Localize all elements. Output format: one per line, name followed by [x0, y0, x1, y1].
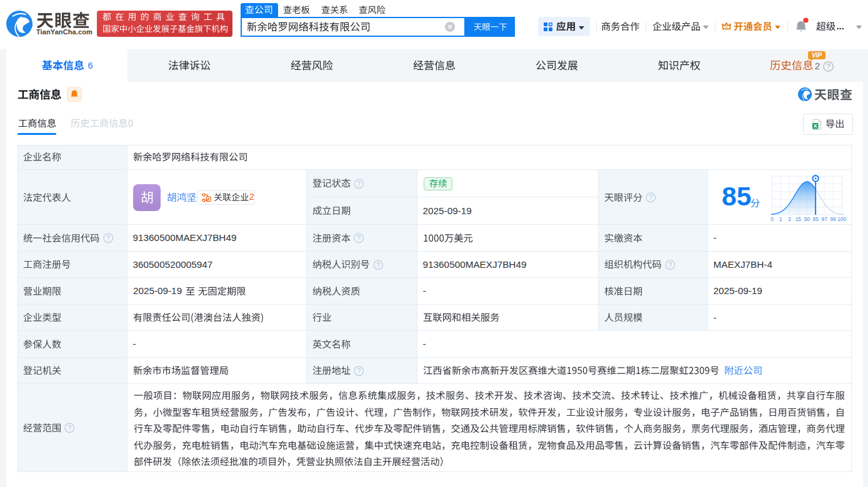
svg-text:?: ? [357, 366, 361, 374]
svg-text:85: 85 [813, 215, 819, 222]
svg-text:?: ? [668, 261, 672, 268]
svg-text:?: ? [106, 234, 110, 242]
svg-text:15: 15 [796, 215, 802, 222]
svg-text:99: 99 [830, 215, 836, 222]
svg-text:?: ? [376, 261, 380, 268]
svg-text:1: 1 [779, 215, 782, 222]
svg-text:VIP: VIP [811, 52, 821, 59]
svg-text:3: 3 [788, 215, 791, 222]
svg-text:?: ? [826, 62, 830, 70]
svg-text:50: 50 [804, 215, 811, 222]
svg-text:?: ? [649, 194, 653, 201]
svg-text:100: 100 [837, 215, 846, 222]
svg-text:?: ? [68, 424, 72, 431]
svg-text:?: ? [357, 180, 361, 187]
svg-text:0: 0 [771, 215, 774, 222]
svg-text:?: ? [357, 234, 361, 242]
svg-text:97: 97 [822, 215, 828, 222]
